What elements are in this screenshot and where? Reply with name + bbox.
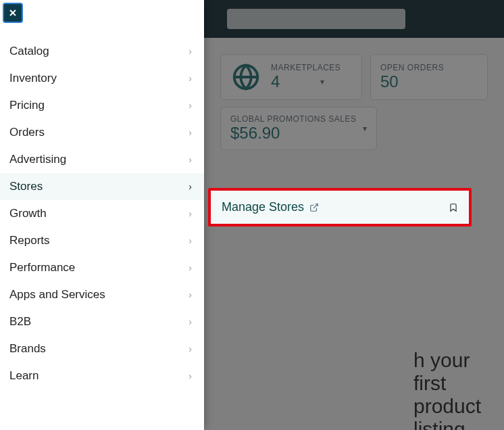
- chevron-right-icon: ›: [188, 289, 192, 300]
- stores-submenu: Manage Stores: [208, 188, 472, 226]
- sidebar-item-label: Orders: [9, 126, 45, 139]
- sidebar-item-label: Inventory: [9, 72, 57, 85]
- marketplaces-card[interactable]: MARKETPLACES 4 ▾: [220, 54, 362, 100]
- promotions-label: GLOBAL PROMOTIONS SALES: [230, 114, 363, 124]
- sidebar-item-label: Catalog: [9, 45, 49, 58]
- chevron-right-icon: ›: [188, 100, 192, 111]
- svg-line-1: [313, 204, 318, 208]
- chevron-right-icon: ›: [188, 371, 192, 381]
- chevron-right-icon: ›: [188, 262, 192, 273]
- sidebar-item-advertising[interactable]: Advertising›: [0, 146, 204, 173]
- sidebar-item-label: B2B: [9, 315, 31, 329]
- chevron-right-icon: ›: [188, 127, 192, 138]
- chevron-right-icon: ›: [188, 208, 192, 219]
- sidebar-item-growth[interactable]: Growth›: [0, 200, 204, 227]
- sidebar-menu: Catalog›Inventory›Pricing›Orders›Adverti…: [0, 0, 204, 430]
- sidebar-item-label: Stores: [9, 180, 43, 193]
- sidebar-item-inventory[interactable]: Inventory›: [0, 65, 204, 92]
- main-content: MARKETPLACES 4 ▾ OPEN ORDERS 50 GLOBAL P…: [204, 38, 504, 430]
- chevron-right-icon: ›: [188, 343, 192, 354]
- sidebar-item-catalog[interactable]: Catalog›: [0, 38, 204, 65]
- sidebar-item-label: Apps and Services: [9, 288, 105, 302]
- close-icon: [7, 7, 18, 18]
- sidebar-item-label: Pricing: [9, 99, 45, 112]
- promotions-value: $56.90: [230, 124, 363, 143]
- sidebar-item-label: Performance: [9, 261, 75, 274]
- chevron-right-icon: ›: [188, 73, 192, 84]
- sidebar-item-brands[interactable]: Brands›: [0, 335, 204, 362]
- open-orders-value: 50: [380, 72, 478, 91]
- sidebar-item-learn[interactable]: Learn›: [0, 362, 204, 389]
- chevron-right-icon: ›: [188, 46, 192, 57]
- close-button[interactable]: [3, 3, 23, 23]
- sidebar-item-apps-and-services[interactable]: Apps and Services›: [0, 281, 204, 308]
- sidebar-item-label: Advertising: [9, 153, 66, 166]
- marketplaces-value: 4: [271, 72, 280, 91]
- open-orders-label: OPEN ORDERS: [380, 63, 478, 72]
- sidebar-item-performance[interactable]: Performance›: [0, 254, 204, 281]
- chevron-right-icon: ›: [188, 316, 192, 327]
- chevron-right-icon: ›: [188, 154, 192, 165]
- sidebar-item-label: Growth: [9, 207, 47, 220]
- sidebar-item-orders[interactable]: Orders›: [0, 119, 204, 146]
- sidebar-item-pricing[interactable]: Pricing›: [0, 92, 204, 119]
- bookmark-icon[interactable]: [449, 203, 458, 212]
- chevron-down-icon[interactable]: ▾: [363, 124, 367, 133]
- sidebar-item-label: Reports: [9, 234, 50, 247]
- sidebar-item-stores[interactable]: Stores›: [0, 173, 204, 200]
- sidebar-item-label: Learn: [9, 369, 39, 383]
- sidebar-item-b2b[interactable]: B2B›: [0, 308, 204, 335]
- chevron-down-icon[interactable]: ▾: [320, 77, 324, 87]
- chevron-right-icon: ›: [188, 181, 192, 192]
- marketplaces-label: MARKETPLACES: [271, 63, 352, 72]
- hero-title: h your first product listing: [413, 349, 504, 430]
- chevron-right-icon: ›: [188, 235, 192, 246]
- external-link-icon: [309, 203, 319, 212]
- manage-stores-label: Manage Stores: [222, 200, 304, 214]
- sidebar-item-label: Brands: [9, 342, 46, 356]
- open-orders-card[interactable]: OPEN ORDERS 50: [370, 54, 488, 100]
- promotions-card[interactable]: GLOBAL PROMOTIONS SALES $56.90 ▾: [220, 107, 377, 150]
- search-input[interactable]: [227, 9, 405, 29]
- manage-stores-item[interactable]: Manage Stores: [211, 191, 469, 224]
- sidebar-item-reports[interactable]: Reports›: [0, 227, 204, 254]
- globe-icon: [230, 62, 261, 93]
